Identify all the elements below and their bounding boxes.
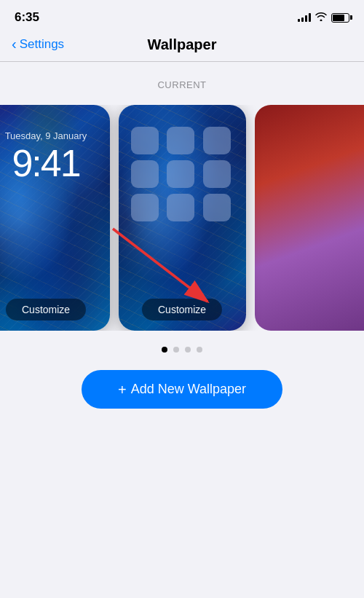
signal-icon — [298, 13, 311, 22]
status-icons — [298, 12, 349, 23]
app-icon — [167, 160, 194, 188]
app-icon — [131, 194, 159, 221]
section-label: CURRENT — [0, 79, 364, 90]
lock-screen-customize-button[interactable]: Customize — [6, 299, 86, 320]
lock-screen-card[interactable]: Tuesday, 9 January 9:41 Customize — [0, 105, 110, 331]
page-title: Wallpaper — [148, 36, 217, 53]
plus-icon: + — [118, 382, 127, 397]
app-icon — [167, 194, 194, 221]
app-icon — [203, 127, 231, 154]
app-icon — [131, 127, 159, 154]
app-icon — [131, 160, 159, 188]
page-dot-3 — [185, 347, 191, 353]
app-icon — [167, 127, 194, 154]
add-wallpaper-label: Add New Wallpaper — [131, 382, 246, 397]
partial-card-inner — [255, 105, 365, 331]
home-screen-customize-button[interactable]: Customize — [142, 299, 222, 320]
nav-bar: ‹ Settings Wallpaper — [0, 31, 364, 61]
battery-icon — [331, 13, 349, 23]
lock-date: Tuesday, 9 January — [0, 130, 110, 141]
back-button[interactable]: ‹ Settings — [12, 36, 64, 52]
add-new-wallpaper-button[interactable]: + Add New Wallpaper — [82, 370, 282, 409]
app-icon — [203, 160, 231, 188]
home-screen-card[interactable]: Customize — [119, 105, 246, 331]
page-indicators — [0, 347, 364, 353]
page-dot-2 — [173, 347, 179, 353]
main-content: CURRENT Tuesday, 9 January 9:41 Customiz… — [0, 62, 364, 409]
app-icons-grid — [131, 127, 233, 221]
wifi-icon — [315, 12, 327, 23]
lock-time: 9:41 — [0, 144, 110, 182]
status-bar: 6:35 — [0, 0, 364, 31]
status-time: 6:35 — [15, 10, 39, 25]
app-icon — [203, 194, 231, 221]
page-dot-4 — [197, 347, 202, 353]
wallpaper-cards-container: Tuesday, 9 January 9:41 Customize Custom… — [0, 105, 364, 331]
back-chevron-icon: ‹ — [12, 36, 17, 52]
partial-wallpaper-card — [255, 105, 365, 331]
back-label: Settings — [20, 37, 64, 52]
page-dot-1 — [162, 347, 167, 353]
lock-screen-info: Tuesday, 9 January 9:41 — [0, 130, 110, 182]
